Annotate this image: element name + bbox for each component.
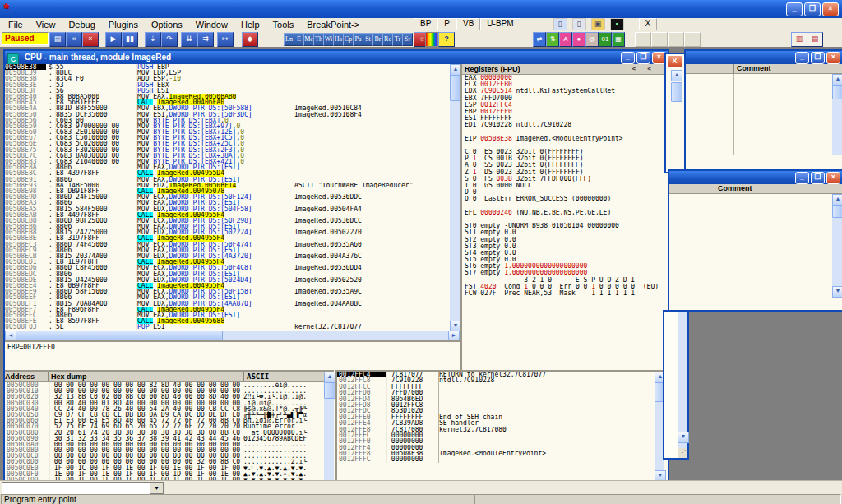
disasm-row[interactable]: 00508EAB.E8 4497F8FFCALL ImageRed.004955…: [5, 212, 450, 218]
disasm-row[interactable]: 00508E7C.C683 8A030000 00MOV BYTE PTR DS…: [5, 153, 450, 159]
disassembly-scrollbar[interactable]: ▲ ▼: [450, 64, 460, 331]
disasm-row[interactable]: 00508EA3.8B06MOV EAX,DWORD PTR DS:[ESI]: [5, 200, 450, 206]
document-icon[interactable]: ▯: [553, 18, 567, 30]
dump-row[interactable]: 0050C030 00 8D 40 00 01 8D 40 00 00 00 0…: [5, 400, 324, 406]
disasm-row[interactable]: 00508E8A.8B06MOV EAX,DWORD PTR DS:[ESI]: [5, 164, 450, 170]
scroll-down-icon[interactable]: ▼: [678, 432, 689, 443]
disasm-row[interactable]: 00508EFE.E8 8597F8FFCALL ImageRed.004956…: [5, 318, 450, 324]
spiral-icon[interactable]: @: [585, 32, 599, 47]
minimize-button[interactable]: _: [786, 2, 803, 16]
comment-window-1-body[interactable]: ▲: [686, 74, 842, 155]
menu-item-debug[interactable]: Debug: [62, 20, 101, 30]
dump-row[interactable]: 0050C0B0 00 00 00 00 00 00 00 00 00 00 0…: [5, 447, 324, 453]
pink-a-icon[interactable]: A: [559, 32, 572, 47]
blue-arrows-icon[interactable]: ⇄: [533, 32, 546, 47]
scroll-up-icon[interactable]: ▲: [832, 194, 842, 206]
dump-row[interactable]: 0050C0D0 00 00 00 00 00 00 00 00 00 00 0…: [5, 459, 324, 465]
dump-row[interactable]: 0050C020 32 13 8B C0 02 00 8B C0 00 8D 4…: [5, 394, 324, 400]
register-line[interactable]: EBX 7FFD7000: [465, 95, 666, 102]
dump-row[interactable]: 0050C0F0 1E 00 1F 00 1E 00 1F 00 1F 00 1…: [5, 471, 324, 477]
disasm-row[interactable]: 00508E50.8B35 DCF35000MOV ESI,DWORD PTR …: [5, 112, 450, 118]
register-line[interactable]: D 0: [465, 189, 666, 196]
dump-row[interactable]: 0050C080 20 20 61 74 20 30 30 30 30 30 3…: [5, 430, 324, 436]
register-line[interactable]: ST4 empty 0.0: [465, 250, 666, 257]
register-line[interactable]: ESP 0012FFC4: [465, 102, 666, 109]
restore-button[interactable]: ❐: [804, 2, 821, 16]
run-icon[interactable]: ▶: [105, 32, 122, 47]
red-dot-icon[interactable]: ●: [572, 32, 585, 47]
pluginbar-button-ubpm[interactable]: U-BPM: [480, 18, 520, 30]
register-line[interactable]: [465, 129, 666, 136]
register-line[interactable]: [465, 216, 666, 223]
disasm-row[interactable]: 00508EB6.8B06MOV EAX,DWORD PTR DS:[ESI]: [5, 224, 450, 229]
register-line[interactable]: EBP 0012FFF0: [465, 109, 666, 115]
window-button-sr[interactable]: Sr: [402, 33, 413, 46]
dump-row[interactable]: 0050C050 C9 D7 CF C8 CD CE DB D8 DA D9 C…: [5, 412, 324, 418]
green-badge-icon[interactable]: ⇅: [546, 32, 559, 47]
pluginbar-button-p[interactable]: P: [437, 18, 456, 30]
disasm-row[interactable]: 00508E67.C683 C5010000 00MOV BYTE PTR DS…: [5, 135, 450, 141]
menu-item-window[interactable]: Window: [189, 20, 234, 30]
close-button[interactable]: ×: [822, 2, 839, 16]
disasm-row[interactable]: 00508EDC.8B06MOV EAX,DWORD PTR DS:[ESI]: [5, 271, 450, 277]
stack-row[interactable]: 0012FFD4 8054B6ED: [337, 396, 655, 402]
disasm-row[interactable]: 00508E3F.56PUSH ESI: [5, 88, 450, 94]
dump-pane[interactable]: Address Hex dump ASCII 0050C000 00 00 00…: [5, 370, 324, 482]
disasm-row[interactable]: 00508EB0.8B0D 98F25000MOV ECX,DWORD PTR …: [5, 218, 450, 224]
scroll-thumb[interactable]: [450, 75, 461, 101]
disassembly-hscrollbar[interactable]: ◄ ►: [5, 331, 460, 340]
register-line[interactable]: FCW 027F Prec NEAR,53 Mask 1 1 1 1 1 1: [465, 290, 666, 297]
dump-row[interactable]: 0050C000 00 00 00 00 00 00 00 00 82 8D 4…: [5, 382, 324, 388]
stack-row[interactable]: 0012FFFC 00000000: [337, 456, 655, 462]
disasm-row[interactable]: 00508ECB.8B15 20374A00MOV EDX,DWORD PTR …: [5, 253, 450, 259]
green-panel-icon[interactable]: ▦: [612, 32, 625, 47]
binary-icon[interactable]: 01: [599, 32, 612, 47]
register-line[interactable]: ST1 empty 0.0: [465, 229, 666, 236]
appearance-icon[interactable]: [425, 32, 438, 47]
disasm-row[interactable]: 00508EB8.8B15 24225000MOV EDX,DWORD PTR …: [5, 229, 450, 235]
close-button[interactable]: ×: [826, 172, 840, 184]
folder-icon[interactable]: ▣: [591, 18, 605, 30]
layout-icon-2[interactable]: ▤: [807, 32, 823, 47]
register-line[interactable]: 3 2 1 0 E S P U O Z D I: [465, 277, 666, 284]
disasm-row[interactable]: 00508ED6.8B0D C8F45000MOV ECX,DWORD PTR …: [5, 265, 450, 270]
disasm-row[interactable]: 00508EDE.8B15 D4245000MOV EDX,DWORD PTR …: [5, 277, 450, 283]
disasm-row[interactable]: 00508EEF.8B06MOV EAX,DWORD PTR DS:[ESI]: [5, 294, 450, 300]
menu-item-tools[interactable]: Tools: [266, 20, 301, 30]
command-combobox[interactable]: ▼: [2, 482, 164, 495]
register-line[interactable]: EAX 00000000: [465, 75, 666, 81]
disasm-row[interactable]: 00508EF1.8B15 70A84A00MOV EDX,DWORD PTR …: [5, 301, 450, 307]
dump-row[interactable]: 0050C0A0 00 00 00 00 00 00 00 00 00 00 0…: [5, 442, 324, 447]
dump-row[interactable]: 0050C010 00 00 00 00 00 00 00 00 00 00 0…: [5, 388, 324, 394]
dump-scrollbar[interactable]: ▲: [324, 370, 334, 482]
register-line[interactable]: ESI FFFFFFFF: [465, 115, 666, 122]
dump-row[interactable]: 0050C070 52 75 6E 74 69 6D 65 20 65 72 7…: [5, 423, 324, 429]
disasm-row[interactable]: 00508EE4.E8 0B97F8FFCALL ImageRed.004955…: [5, 283, 450, 289]
open-file-icon[interactable]: ▤: [49, 32, 66, 47]
maximize-button[interactable]: ❐: [811, 172, 825, 184]
disasm-row[interactable]: 00508E3B.83C4 F0ADD ESP,-10: [5, 76, 450, 81]
register-line[interactable]: ST2 empty 0.0: [465, 237, 666, 243]
animate-into-icon[interactable]: ⇊: [181, 32, 197, 47]
pause-icon[interactable]: ▮▮: [122, 32, 138, 47]
registers-nav-icons[interactable]: <<: [632, 65, 663, 72]
stack-row[interactable]: 0012FFD0 7FFD7000: [337, 390, 655, 395]
stack-row[interactable]: 0012FFC8 7C910228ntdll.7C910228: [337, 377, 655, 383]
menu-item-file[interactable]: File: [2, 20, 30, 30]
minimize-button[interactable]: _: [795, 52, 809, 64]
dump-row[interactable]: 0050C0C0 00 00 00 00 00 00 00 00 00 00 0…: [5, 453, 324, 459]
stack-row[interactable]: 0012FFEC 00000000: [337, 432, 655, 438]
registers-pane[interactable]: Registers (FPU) << EAX 00000000ECX 0012F…: [460, 64, 666, 370]
disasm-row[interactable]: 00508E93.BA 14BF5000MOV EDX,ImageRed.005…: [5, 183, 450, 188]
register-line[interactable]: O 0 LastErr ERROR_SUCCESS (00000000): [465, 196, 666, 202]
stack-row[interactable]: 0012FFDC 853D1020: [337, 408, 655, 414]
register-line[interactable]: ST0 empty -UNORM B938 01050104 00000000: [465, 223, 666, 229]
maximize-button[interactable]: ❐: [811, 52, 825, 64]
register-line[interactable]: A 0 SS 0023 32bit 0(FFFFFFFF): [465, 162, 666, 169]
menu-item-plugins[interactable]: Plugins: [102, 20, 145, 30]
stack-row[interactable]: 0012FFCC FFFFFFFF: [337, 384, 655, 390]
register-line[interactable]: T 0 GS 0000 NULL: [465, 183, 666, 189]
disasm-row[interactable]: 00508EA5.8B15 584F5000MOV EDX,DWORD PTR …: [5, 206, 450, 212]
stack-row[interactable]: 0012FFE8 7C817080kernel32.7C817080: [337, 427, 655, 432]
disasm-row[interactable]: 00508ED1.E8 1E97F8FFCALL ImageRed.004955…: [5, 259, 450, 265]
